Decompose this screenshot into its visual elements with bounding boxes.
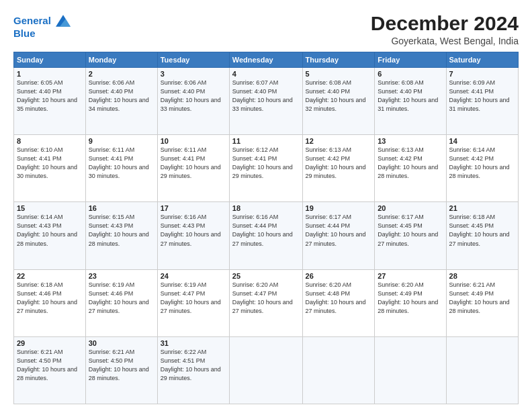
- calendar-row: 8 Sunrise: 6:10 AMSunset: 4:41 PMDayligh…: [14, 135, 519, 202]
- day-number: 18: [232, 204, 300, 212]
- day-number: 12: [306, 137, 372, 145]
- calendar-cell: 4 Sunrise: 6:07 AMSunset: 4:40 PMDayligh…: [229, 68, 302, 135]
- calendar-cell: 11 Sunrise: 6:12 AMSunset: 4:41 PMDaylig…: [229, 135, 302, 202]
- day-number: 24: [161, 272, 226, 280]
- title-block: December 2024 Goyerkata, West Bengal, In…: [371, 12, 519, 46]
- calendar-cell: 25 Sunrise: 6:20 AMSunset: 4:47 PMDaylig…: [229, 269, 302, 336]
- calendar-cell: 20 Sunrise: 6:17 AMSunset: 4:45 PMDaylig…: [375, 202, 446, 269]
- day-info: Sunrise: 6:19 AMSunset: 4:46 PMDaylight:…: [89, 281, 149, 314]
- day-number: 13: [378, 137, 443, 145]
- day-number: 27: [378, 272, 443, 280]
- day-info: Sunrise: 6:17 AMSunset: 4:45 PMDaylight:…: [378, 214, 438, 246]
- calendar-cell: 24 Sunrise: 6:19 AMSunset: 4:47 PMDaylig…: [157, 269, 229, 336]
- day-info: Sunrise: 6:06 AMSunset: 4:40 PMDaylight:…: [89, 79, 149, 112]
- calendar-cell: 7 Sunrise: 6:09 AMSunset: 4:41 PMDayligh…: [446, 68, 518, 135]
- calendar-cell: 17 Sunrise: 6:16 AMSunset: 4:43 PMDaylig…: [157, 202, 229, 269]
- calendar-cell: 1 Sunrise: 6:05 AMSunset: 4:40 PMDayligh…: [14, 68, 86, 135]
- col-thursday: Thursday: [302, 52, 375, 68]
- day-info: Sunrise: 6:11 AMSunset: 4:41 PMDaylight:…: [161, 146, 221, 179]
- day-info: Sunrise: 6:05 AMSunset: 4:40 PMDaylight:…: [17, 79, 77, 112]
- calendar-cell: 31 Sunrise: 6:22 AMSunset: 4:51 PMDaylig…: [157, 336, 229, 404]
- day-number: 23: [89, 272, 154, 280]
- calendar-cell: 18 Sunrise: 6:16 AMSunset: 4:44 PMDaylig…: [229, 202, 302, 269]
- day-number: 20: [378, 204, 443, 212]
- day-number: 15: [17, 204, 83, 212]
- calendar-cell: 27 Sunrise: 6:20 AMSunset: 4:49 PMDaylig…: [375, 269, 446, 336]
- calendar-cell: 21 Sunrise: 6:18 AMSunset: 4:45 PMDaylig…: [446, 202, 518, 269]
- day-number: 10: [161, 137, 226, 145]
- logo: General Blue: [13, 15, 71, 40]
- day-info: Sunrise: 6:22 AMSunset: 4:51 PMDaylight:…: [161, 349, 221, 381]
- calendar-cell: 22 Sunrise: 6:18 AMSunset: 4:46 PMDaylig…: [14, 269, 86, 336]
- calendar-cell: [446, 336, 518, 404]
- day-number: 8: [17, 137, 83, 145]
- day-number: 2: [89, 70, 154, 78]
- col-friday: Friday: [375, 52, 446, 68]
- day-number: 17: [161, 204, 226, 212]
- day-info: Sunrise: 6:08 AMSunset: 4:40 PMDaylight:…: [378, 79, 438, 112]
- day-info: Sunrise: 6:15 AMSunset: 4:43 PMDaylight:…: [89, 214, 149, 246]
- day-info: Sunrise: 6:08 AMSunset: 4:40 PMDaylight:…: [306, 79, 366, 112]
- col-monday: Monday: [85, 52, 157, 68]
- day-info: Sunrise: 6:09 AMSunset: 4:41 PMDaylight:…: [449, 79, 510, 112]
- day-info: Sunrise: 6:20 AMSunset: 4:48 PMDaylight:…: [306, 281, 366, 314]
- day-number: 3: [161, 70, 226, 78]
- day-number: 30: [89, 339, 154, 347]
- logo-text: General: [13, 15, 71, 28]
- calendar-cell: 6 Sunrise: 6:08 AMSunset: 4:40 PMDayligh…: [375, 68, 446, 135]
- day-info: Sunrise: 6:10 AMSunset: 4:41 PMDaylight:…: [17, 146, 77, 179]
- calendar-cell: 23 Sunrise: 6:19 AMSunset: 4:46 PMDaylig…: [85, 269, 157, 336]
- calendar-cell: 30 Sunrise: 6:21 AMSunset: 4:50 PMDaylig…: [85, 336, 157, 404]
- day-number: 31: [161, 339, 226, 347]
- calendar-cell: [229, 336, 302, 404]
- month-title: December 2024: [371, 12, 519, 34]
- day-number: 6: [378, 70, 443, 78]
- calendar-row: 1 Sunrise: 6:05 AMSunset: 4:40 PMDayligh…: [14, 68, 519, 135]
- location-title: Goyerkata, West Bengal, India: [371, 36, 519, 46]
- day-info: Sunrise: 6:20 AMSunset: 4:49 PMDaylight:…: [378, 281, 438, 314]
- calendar-cell: 13 Sunrise: 6:13 AMSunset: 4:42 PMDaylig…: [375, 135, 446, 202]
- day-number: 16: [89, 204, 154, 212]
- day-number: 14: [449, 137, 515, 145]
- day-number: 25: [232, 272, 300, 280]
- calendar-cell: 19 Sunrise: 6:17 AMSunset: 4:44 PMDaylig…: [302, 202, 375, 269]
- day-number: 26: [306, 272, 372, 280]
- day-info: Sunrise: 6:16 AMSunset: 4:44 PMDaylight:…: [232, 214, 293, 246]
- logo-general: General: [13, 15, 51, 26]
- day-number: 21: [449, 204, 515, 212]
- day-number: 9: [89, 137, 154, 145]
- calendar-cell: 2 Sunrise: 6:06 AMSunset: 4:40 PMDayligh…: [85, 68, 157, 135]
- calendar-table: Sunday Monday Tuesday Wednesday Thursday…: [13, 52, 519, 404]
- day-number: 28: [449, 272, 515, 280]
- day-number: 5: [306, 70, 372, 78]
- day-number: 22: [17, 272, 83, 280]
- day-number: 19: [306, 204, 372, 212]
- day-info: Sunrise: 6:06 AMSunset: 4:40 PMDaylight:…: [161, 79, 221, 112]
- day-number: 7: [449, 70, 515, 78]
- day-info: Sunrise: 6:12 AMSunset: 4:41 PMDaylight:…: [232, 146, 293, 179]
- calendar-row: 15 Sunrise: 6:14 AMSunset: 4:43 PMDaylig…: [14, 202, 519, 269]
- col-sunday: Sunday: [14, 52, 86, 68]
- day-info: Sunrise: 6:20 AMSunset: 4:47 PMDaylight:…: [232, 281, 293, 314]
- calendar-cell: 3 Sunrise: 6:06 AMSunset: 4:40 PMDayligh…: [157, 68, 229, 135]
- day-info: Sunrise: 6:21 AMSunset: 4:49 PMDaylight:…: [449, 281, 510, 314]
- day-info: Sunrise: 6:13 AMSunset: 4:42 PMDaylight:…: [306, 146, 366, 179]
- calendar-cell: 26 Sunrise: 6:20 AMSunset: 4:48 PMDaylig…: [302, 269, 375, 336]
- calendar-cell: 10 Sunrise: 6:11 AMSunset: 4:41 PMDaylig…: [157, 135, 229, 202]
- calendar-row: 22 Sunrise: 6:18 AMSunset: 4:46 PMDaylig…: [14, 269, 519, 336]
- calendar-cell: [375, 336, 446, 404]
- calendar-cell: 14 Sunrise: 6:14 AMSunset: 4:42 PMDaylig…: [446, 135, 518, 202]
- calendar-cell: 15 Sunrise: 6:14 AMSunset: 4:43 PMDaylig…: [14, 202, 86, 269]
- calendar-cell: 5 Sunrise: 6:08 AMSunset: 4:40 PMDayligh…: [302, 68, 375, 135]
- day-info: Sunrise: 6:21 AMSunset: 4:50 PMDaylight:…: [89, 349, 149, 381]
- day-info: Sunrise: 6:18 AMSunset: 4:46 PMDaylight:…: [17, 281, 77, 314]
- calendar-cell: 16 Sunrise: 6:15 AMSunset: 4:43 PMDaylig…: [85, 202, 157, 269]
- logo-blue: Blue: [13, 28, 71, 40]
- calendar-cell: 9 Sunrise: 6:11 AMSunset: 4:41 PMDayligh…: [85, 135, 157, 202]
- day-info: Sunrise: 6:07 AMSunset: 4:40 PMDaylight:…: [232, 79, 293, 112]
- day-info: Sunrise: 6:18 AMSunset: 4:45 PMDaylight:…: [449, 214, 510, 246]
- day-info: Sunrise: 6:17 AMSunset: 4:44 PMDaylight:…: [306, 214, 366, 246]
- day-info: Sunrise: 6:19 AMSunset: 4:47 PMDaylight:…: [161, 281, 221, 314]
- day-number: 29: [17, 339, 83, 347]
- day-number: 1: [17, 70, 83, 78]
